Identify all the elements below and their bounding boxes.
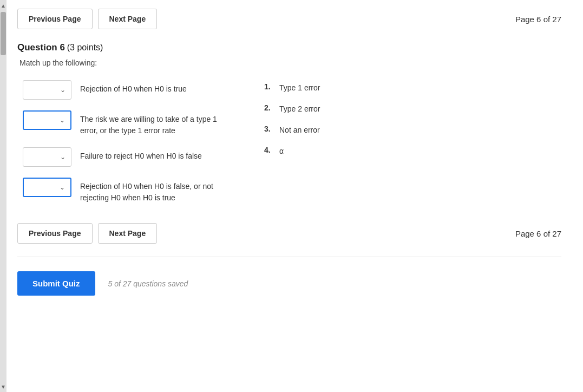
match-section: ⌄ Rejection of H0 when H0 is true ⌄ The …	[23, 80, 561, 204]
answer-text-4: α	[279, 146, 284, 157]
dropdown-1[interactable]: ⌄	[23, 80, 71, 100]
prev-page-button-bottom[interactable]: Previous Page	[17, 223, 93, 244]
answer-num-1: 1.	[264, 82, 275, 91]
bottom-nav-bar: Previous Page Next Page Page 6 of 27	[17, 223, 561, 244]
scroll-up-arrow[interactable]: ▲	[0, 1, 6, 10]
question-instruction: Match up the following:	[19, 58, 561, 67]
saved-text: 5 of 27 questions saved	[108, 279, 188, 288]
submit-bar: Submit Quiz 5 of 27 questions saved	[17, 266, 561, 301]
submit-quiz-button[interactable]: Submit Quiz	[17, 271, 95, 296]
page-info-top: Page 6 of 27	[515, 15, 561, 24]
question-points-value: (3 points)	[67, 43, 103, 52]
answer-num-4: 4.	[264, 146, 275, 154]
match-row-3: ⌄ Failure to reject H0 when H0 is false	[23, 147, 232, 167]
answer-text-3: Not an error	[279, 125, 320, 136]
match-right-column: 1. Type 1 error 2. Type 2 error 3. Not a…	[264, 80, 372, 204]
answer-num-3: 3.	[264, 125, 275, 133]
scrollbar[interactable]: ▲ ▼	[0, 0, 6, 392]
answer-item-4: 4. α	[264, 146, 372, 157]
match-row-4: ⌄ Rejection of H0 when H0 is false, or n…	[23, 178, 232, 204]
match-label-1: Rejection of H0 when H0 is true	[80, 80, 187, 95]
top-nav-bar: Previous Page Next Page Page 6 of 27	[17, 9, 561, 29]
match-row-1: ⌄ Rejection of H0 when H0 is true	[23, 80, 232, 100]
question-title: Question 6	[17, 42, 65, 53]
scroll-down-arrow[interactable]: ▼	[0, 382, 6, 391]
match-label-3: Failure to reject H0 when H0 is false	[80, 147, 202, 162]
chevron-down-icon-3: ⌄	[60, 153, 65, 161]
answer-text-2: Type 2 error	[279, 103, 320, 115]
bottom-nav-buttons: Previous Page Next Page	[17, 223, 157, 244]
next-page-button-top[interactable]: Next Page	[98, 9, 158, 29]
dropdown-4[interactable]: ⌄	[23, 178, 71, 197]
prev-page-button-top[interactable]: Previous Page	[17, 9, 93, 29]
dropdown-3[interactable]: ⌄	[23, 147, 71, 167]
chevron-down-icon: ⌄	[60, 86, 65, 94]
question-header: Question 6 (3 points)	[17, 42, 561, 53]
match-left-column: ⌄ Rejection of H0 when H0 is true ⌄ The …	[23, 80, 232, 204]
dropdown-2[interactable]: ⌄	[23, 110, 71, 130]
match-label-4: Rejection of H0 when H0 is false, or not…	[80, 178, 232, 204]
answer-text-1: Type 1 error	[279, 82, 320, 94]
answer-num-2: 2.	[264, 103, 275, 112]
match-row-2: ⌄ The risk we are willing to take of a t…	[23, 110, 232, 136]
page-info-bottom: Page 6 of 27	[515, 229, 561, 238]
next-page-button-bottom[interactable]: Next Page	[98, 223, 158, 244]
main-content: Previous Page Next Page Page 6 of 27 Que…	[6, 0, 583, 392]
divider	[17, 257, 561, 257]
scroll-thumb[interactable]	[1, 12, 6, 55]
answer-item-2: 2. Type 2 error	[264, 103, 372, 115]
answer-item-3: 3. Not an error	[264, 125, 372, 136]
chevron-down-icon-2: ⌄	[60, 116, 65, 124]
match-label-2: The risk we are willing to take of a typ…	[80, 110, 232, 136]
answer-item-1: 1. Type 1 error	[264, 82, 372, 94]
chevron-down-icon-4: ⌄	[60, 184, 65, 191]
top-nav-buttons: Previous Page Next Page	[17, 9, 157, 29]
